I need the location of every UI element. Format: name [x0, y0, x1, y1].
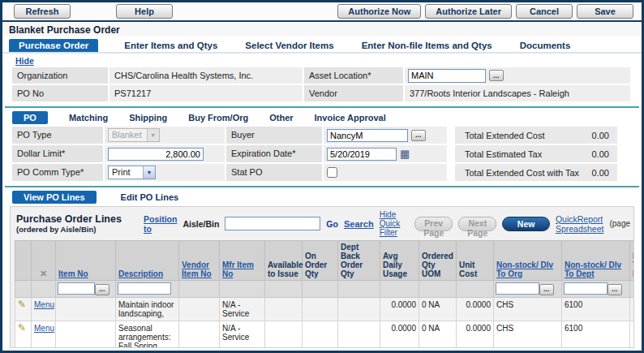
- po-lines-subtitle: (ordered by Aisle/Bin): [16, 225, 138, 234]
- organization-value: CHS/Carolina Health Systems, Inc.: [109, 67, 303, 84]
- table-header-row: ✕ Item No Description Vendor Item No Mfr…: [15, 241, 635, 281]
- filter-cell-vendor-item-no: [179, 281, 220, 298]
- total-extended-cost-with-tax-label: Total Extended Cost with Tax: [465, 168, 579, 178]
- go-link[interactable]: Go: [326, 219, 338, 229]
- help-button[interactable]: Help: [116, 4, 173, 19]
- dlv-to-dept-filter-input[interactable]: [564, 282, 608, 295]
- tab-purchase-order[interactable]: Purchase Order: [9, 39, 98, 52]
- ordered-qty-uom-cell: 0 NA: [419, 321, 457, 348]
- refresh-button[interactable]: Refresh: [14, 4, 71, 19]
- hide-quick-filter-link[interactable]: Hide Quick Filter: [380, 210, 409, 237]
- tab-view-po-lines[interactable]: View PO Lines: [12, 191, 97, 204]
- description-sort-link[interactable]: Description: [118, 269, 163, 278]
- blanket-purchase-order-window: Refresh Help Authorize Now Authorize Lat…: [0, 0, 644, 353]
- save-button[interactable]: Save: [577, 4, 633, 19]
- filter-cell-description: [116, 281, 179, 298]
- organization-label: Organization: [12, 67, 108, 84]
- expiration-date-input[interactable]: [327, 148, 397, 161]
- asset-location-field-cell: ...: [405, 67, 630, 84]
- clear-filter-icon[interactable]: ✕: [40, 269, 47, 278]
- section-divider: [5, 186, 639, 187]
- tab-po[interactable]: PO: [12, 111, 48, 124]
- dlv-to-loc-cell: [630, 321, 635, 348]
- filter-cell-mfr-item-no: [220, 281, 265, 298]
- row-menu-cell: Menu: [32, 321, 56, 348]
- edit-pencil-icon[interactable]: ✎: [18, 299, 26, 310]
- dept-back-order-qty-cell: [338, 321, 380, 348]
- avg-daily-usage-cell: 0.0000: [380, 321, 419, 348]
- tab-shipping[interactable]: Shipping: [129, 113, 167, 123]
- tab-edit-po-lines[interactable]: Edit PO Lines: [121, 192, 179, 202]
- nonstock-dlv-to-dept-sort-link[interactable]: Non-stock/ Dlv To Dept: [565, 260, 621, 278]
- menu-link[interactable]: Menu: [34, 300, 54, 309]
- hide-link[interactable]: Hide: [15, 56, 34, 66]
- tab-invoice-approval[interactable]: Invoice Approval: [315, 113, 386, 123]
- item-no-filter-lookup-button[interactable]: ...: [95, 284, 109, 295]
- dlv-to-org-filter-input[interactable]: [496, 282, 539, 295]
- filter-cell-dlv-to-loc: [630, 281, 635, 298]
- item-no-filter-input[interactable]: [58, 282, 95, 295]
- edit-pencil-icon[interactable]: ✎: [18, 322, 26, 334]
- dlv-to-dept-filter-lookup-button[interactable]: ...: [608, 284, 622, 295]
- authorize-now-button[interactable]: Authorize Now: [337, 4, 421, 19]
- vendor-item-no-sort-link[interactable]: Vendor Item No: [182, 260, 212, 278]
- dollar-limit-input[interactable]: [108, 148, 204, 161]
- filter-cell-on-order-qty: [303, 281, 338, 298]
- available-to-issue-cell: [265, 297, 303, 321]
- po-no-label: PO No: [12, 85, 108, 101]
- buyer-input[interactable]: [327, 129, 408, 142]
- mfr-item-no-header[interactable]: Mfr Item No: [220, 241, 265, 281]
- next-page-button[interactable]: Next Page: [458, 217, 496, 231]
- buyer-lookup-button[interactable]: ...: [411, 130, 426, 141]
- stat-po-checkbox[interactable]: [327, 167, 337, 178]
- spreadsheet-link[interactable]: Spreadsheet: [556, 224, 604, 234]
- avg-daily-usage-cell: 0.0000: [380, 297, 419, 321]
- table-row: ✎ Menu Maintain indoor landscaping, N/A …: [15, 297, 635, 321]
- calendar-icon[interactable]: ▦: [400, 149, 410, 159]
- tab-enter-nonfile-items-and-qtys[interactable]: Enter Non-file Items and Qtys: [360, 39, 494, 52]
- vendor-item-no-header[interactable]: Vendor Item No: [179, 241, 220, 281]
- po-type-select: Blanket ▼: [108, 128, 160, 142]
- nonstock-dlv-to-org-sort-link[interactable]: Non-stock/ Dlv To Org: [496, 260, 553, 278]
- nonstock-dlv-to-org-header[interactable]: Non-stock/ Dlv To Org: [494, 241, 562, 281]
- mfr-item-no-sort-link[interactable]: Mfr Item No: [222, 260, 254, 278]
- authorize-later-button[interactable]: Authorize Later: [425, 4, 512, 19]
- tab-buy-from-org[interactable]: Buy From/Org: [188, 113, 248, 123]
- item-no-header[interactable]: Item No: [56, 241, 116, 281]
- description-header[interactable]: Description: [116, 241, 179, 281]
- asset-location-input[interactable]: [408, 69, 486, 83]
- total-estimated-tax-row: Total Estimated Tax 0.00: [455, 145, 617, 162]
- chevron-down-icon: ▼: [143, 166, 155, 179]
- tab-select-vendor-items[interactable]: Select Vendor Items: [243, 39, 335, 52]
- total-estimated-tax-label: Total Estimated Tax: [465, 149, 542, 159]
- new-button[interactable]: New: [502, 217, 550, 231]
- tab-documents[interactable]: Documents: [518, 39, 573, 52]
- prev-page-button[interactable]: Prev Page: [414, 217, 453, 231]
- total-extended-cost-with-tax-value: 0.00: [592, 168, 609, 178]
- filter-cell-dept-back-order-qty: [338, 281, 380, 298]
- asset-location-lookup-button[interactable]: ...: [489, 70, 504, 81]
- dlv-to-org-filter-lookup-button[interactable]: ...: [539, 284, 554, 295]
- item-no-cell: [56, 321, 116, 348]
- po-comm-type-select[interactable]: Print ▼: [108, 166, 156, 179]
- mfr-item-no-cell: N/A - Service: [220, 321, 265, 348]
- item-no-sort-link[interactable]: Item No: [58, 269, 88, 278]
- page-indicator: (page: [609, 219, 630, 228]
- menu-link[interactable]: Menu: [34, 324, 54, 333]
- description-filter-input[interactable]: [118, 282, 171, 295]
- cancel-button[interactable]: Cancel: [516, 4, 573, 19]
- position-to-link[interactable]: Position to: [144, 214, 177, 234]
- on-order-qty-cell: [303, 297, 338, 321]
- search-link[interactable]: Search: [344, 219, 374, 229]
- main-tab-bar: Purchase Order Enter Items and Qtys Sele…: [2, 37, 642, 54]
- tab-other[interactable]: Other: [269, 113, 293, 123]
- tab-matching[interactable]: Matching: [69, 113, 108, 123]
- quickreport-link[interactable]: QuickReport: [556, 214, 604, 224]
- tab-enter-items-and-qtys[interactable]: Enter Items and Qtys: [122, 39, 219, 52]
- aisle-bin-input[interactable]: [225, 217, 320, 230]
- po-form: PO Type Blanket ▼ Buyer ... Total Extend…: [12, 127, 630, 181]
- nonstock-dlv-to-dept-header[interactable]: Non-stock/ Dlv To Dept: [562, 241, 630, 281]
- dlv-to-org-cell: CHS: [494, 297, 562, 321]
- unit-cost-cell: 0.0000: [457, 321, 494, 348]
- mfr-item-no-cell: N/A - Service: [220, 297, 265, 321]
